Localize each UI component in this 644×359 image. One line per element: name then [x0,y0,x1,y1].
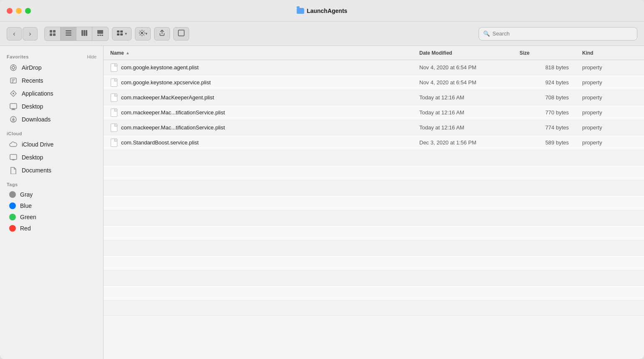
svg-rect-1 [53,30,56,33]
applications-icon [9,89,18,98]
gallery-view-button[interactable] [92,27,108,40]
back-icon: ‹ [13,30,15,38]
svg-point-21 [12,66,15,69]
table-row[interactable]: com.google.keystone.xpcservice.plist Nov… [104,75,644,90]
sidebar-item-green[interactable]: Green [3,212,101,222]
file-date-col: Today at 12:16 AM [414,109,515,116]
svg-rect-6 [66,35,71,35]
file-icon [110,93,118,102]
sidebar: Favorites Hide AirDrop [0,46,104,359]
file-kind-col: property [577,64,644,71]
icon-view-button[interactable] [45,27,61,40]
sidebar-item-documents-label: Documents [22,167,51,174]
svg-rect-3 [53,33,56,36]
empty-row [104,195,644,210]
svg-rect-31 [10,154,17,159]
chevron-down-icon: ▾ [125,31,127,36]
favorites-header: Favorites Hide [0,49,103,61]
share-icon [159,30,165,38]
file-icon [110,123,118,132]
svg-rect-25 [12,82,13,83]
table-row[interactable]: com.google.keystone.agent.plist Nov 4, 2… [104,60,644,75]
file-name: com.StandardBoost.service.plist [121,139,199,146]
col-date-header[interactable]: Date Modified [414,50,515,56]
sidebar-item-airdrop[interactable]: AirDrop [3,61,101,74]
file-size-col: 708 bytes [515,94,577,101]
maximize-button[interactable] [25,8,31,14]
svg-rect-8 [84,30,85,36]
gear-icon [139,30,145,38]
sidebar-item-red[interactable]: Red [3,223,101,234]
icon-view-icon [49,30,56,38]
svg-rect-24 [12,81,14,81]
sidebar-item-icloud-drive[interactable]: iCloud Drive [3,138,101,151]
kind-header-label: Kind [582,50,593,56]
svg-rect-5 [66,33,71,33]
close-button[interactable] [7,8,13,14]
column-view-icon [81,30,88,38]
empty-row [104,301,644,316]
nav-buttons: ‹ › [7,27,38,40]
empty-row [104,240,644,255]
list-view-button[interactable] [61,27,76,40]
back-button[interactable]: ‹ [7,27,22,40]
minimize-button[interactable] [16,8,22,14]
col-name-header[interactable]: Name ▲ [104,50,414,56]
column-view-button[interactable] [76,27,92,40]
search-box[interactable]: 🔍 [479,27,637,40]
action-button[interactable]: ▾ [135,27,151,40]
icloud-label: iCloud [7,131,22,136]
col-size-header[interactable]: Size [515,50,577,56]
group-button[interactable]: ▾ [112,27,132,40]
search-icon: 🔍 [483,30,490,37]
tag-button[interactable] [173,27,189,40]
sidebar-item-icloud-desktop[interactable]: Desktop [3,151,101,164]
forward-icon: › [29,30,31,38]
file-name: com.mackeeper.MacKeeperAgent.plist [121,94,214,101]
file-icon [110,78,118,87]
table-row[interactable]: com.mackeeper.Mac...tificationService.pl… [104,120,644,135]
titlebar: LaunchAgents [0,0,644,22]
sidebar-item-applications[interactable]: Applications [3,87,101,100]
svg-rect-12 [99,35,101,36]
svg-point-18 [141,32,143,34]
file-name: com.google.keystone.xpcservice.plist [121,79,211,86]
red-dot [9,225,16,232]
table-row[interactable]: com.StandardBoost.service.plist Dec 3, 2… [104,135,644,150]
tag-icon [178,30,185,38]
file-icon [110,63,118,72]
svg-rect-9 [86,30,87,36]
sidebar-item-downloads[interactable]: Downloads [3,113,101,126]
file-date-col: Today at 12:16 AM [414,94,515,101]
svg-rect-17 [120,33,123,35]
file-name-col: com.google.keystone.agent.plist [104,63,414,72]
sidebar-item-red-label: Red [20,225,31,232]
table-row[interactable]: com.mackeeper.Mac...tificationService.pl… [104,105,644,120]
toolbar: ‹ › [0,22,644,46]
green-dot [9,214,16,220]
recents-icon [9,76,18,85]
table-row[interactable]: com.mackeeper.MacKeeperAgent.plist Today… [104,90,644,105]
file-size-col: 924 bytes [515,79,577,86]
sidebar-item-desktop[interactable]: Desktop [3,100,101,113]
file-list: com.google.keystone.agent.plist Nov 4, 2… [104,60,644,359]
forward-button[interactable]: › [23,27,38,40]
search-input[interactable] [492,30,633,37]
sidebar-item-recents[interactable]: Recents [3,74,101,87]
file-date-col: Today at 12:16 AM [414,124,515,131]
svg-rect-4 [66,30,71,31]
file-name: com.google.keystone.agent.plist [121,64,199,71]
file-name-col: com.mackeeper.Mac...tificationService.pl… [104,123,414,132]
file-date-col: Dec 3, 2020 at 1:56 PM [414,139,515,146]
hide-button[interactable]: Hide [87,54,96,59]
sidebar-item-blue[interactable]: Blue [3,200,101,211]
icloud-drive-icon [9,140,18,149]
svg-rect-23 [12,79,15,80]
share-button[interactable] [154,27,170,40]
col-kind-header[interactable]: Kind [577,50,644,56]
sidebar-item-gray[interactable]: Gray [3,189,101,200]
sidebar-item-applications-label: Applications [22,90,53,97]
svg-point-26 [13,93,14,94]
sidebar-item-documents[interactable]: Documents [3,164,101,177]
empty-row [104,271,644,286]
